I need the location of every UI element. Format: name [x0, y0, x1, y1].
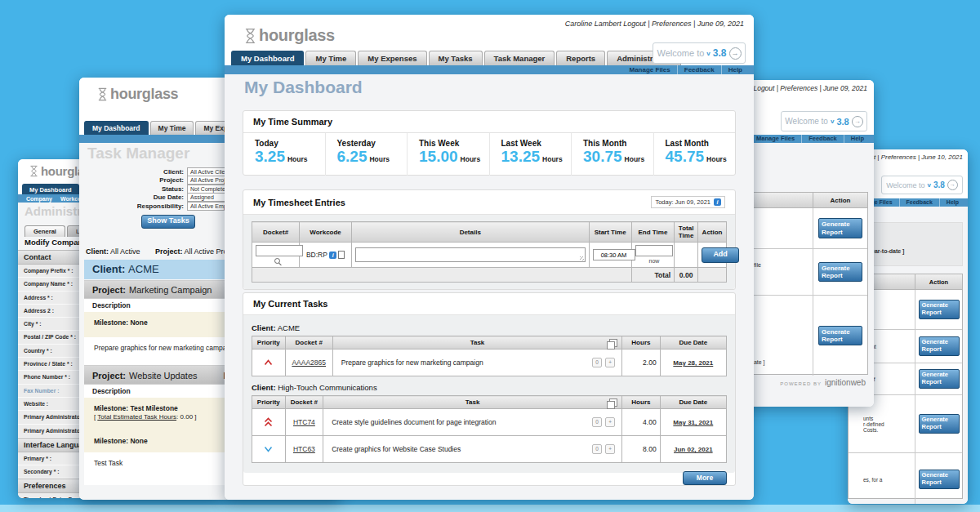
details-textarea[interactable] — [355, 247, 586, 262]
note-count-icon[interactable] — [592, 358, 602, 367]
action-cell: Generate Report — [915, 395, 962, 452]
welcome-version-box: Welcome tov3.8 — [781, 111, 867, 131]
tasks-table-acme: Priority Docket # Task Hours Due Date AA… — [252, 336, 727, 376]
generate-report-button[interactable]: Generate Report — [818, 326, 862, 345]
workcode-lookup-icon[interactable] — [338, 251, 345, 259]
dashboard-window: Caroline Lambert Logout | Preferences | … — [225, 15, 754, 500]
note-count-icon[interactable] — [592, 417, 602, 427]
generate-report-button[interactable]: Generate Report — [919, 336, 960, 355]
docket-lookup-icon[interactable] — [274, 258, 280, 264]
more-tasks-button[interactable]: More — [683, 471, 727, 485]
copy-icon[interactable] — [609, 398, 617, 407]
dashboard-header-band: Caroline Lambert Logout | Preferences | … — [225, 15, 754, 65]
col-hours: Hours — [622, 396, 660, 409]
version-number: 3.8 — [713, 47, 727, 59]
tab-reports[interactable]: Reports — [556, 51, 605, 65]
welcome-version-box: Welcome tov3.8 — [881, 176, 963, 194]
version-v: v — [928, 181, 931, 189]
due-date-link[interactable]: May 28, 2021 — [673, 359, 713, 367]
welcome-text: Welcome to — [657, 48, 704, 58]
add-note-icon[interactable] — [605, 417, 615, 427]
tab-general[interactable]: General — [24, 225, 65, 237]
timesheet-date-selector[interactable]: Today: Jun 09, 2021 — [651, 196, 725, 208]
stat-today: Today 3.25Hours — [243, 133, 325, 176]
col-docket: Docket # — [285, 336, 332, 349]
generate-report-button[interactable]: Generate Report — [818, 218, 862, 238]
task-text: Create graphics for Website Case Studies — [332, 445, 461, 453]
stat-value: 15.00 — [419, 148, 458, 165]
col-docket: Docket# — [252, 222, 300, 243]
version-number: 3.8 — [933, 180, 945, 189]
docket-input[interactable] — [256, 245, 303, 256]
action-column-header: Action — [915, 274, 962, 289]
timesheet-header-row: Docket# Workcode Details Start Time End … — [252, 222, 727, 243]
docket-link[interactable]: HTC74 — [293, 418, 315, 426]
version-arrow-icon[interactable] — [947, 180, 958, 190]
add-note-icon[interactable] — [605, 358, 615, 367]
tab-my-tasks[interactable]: My Tasks — [429, 51, 483, 65]
col-hours: Hours — [622, 336, 660, 349]
col-start-time: Start Time — [589, 222, 631, 243]
action-cell: Generate Report — [915, 453, 962, 504]
time-summary-stats: Today 3.25Hours Yesterday 6.25Hours This… — [243, 133, 735, 176]
welcome-text: Welcome to — [785, 117, 828, 126]
tab-my-expenses[interactable]: My Expenses — [358, 51, 426, 65]
estimated-hours-link[interactable]: Total Estimated Task Hours — [97, 413, 176, 421]
summary-client: Client: All Active — [86, 247, 140, 256]
generate-report-button[interactable]: Generate Report — [919, 369, 960, 388]
feedback-link[interactable]: Feedback — [801, 135, 844, 143]
generate-report-button[interactable]: Generate Report — [919, 470, 960, 488]
manage-files-link[interactable]: Manage Files — [623, 65, 677, 74]
now-link[interactable]: now — [649, 258, 660, 264]
help-link[interactable]: Help — [939, 198, 965, 207]
action-cell: Generate Report — [915, 330, 962, 363]
show-tasks-button[interactable]: Show Tasks — [141, 215, 195, 229]
generate-report-button[interactable]: Generate Report — [919, 414, 960, 433]
tab-my-time[interactable]: My Time — [150, 121, 194, 135]
feedback-link[interactable]: Feedback — [677, 65, 721, 74]
generate-report-button[interactable]: Generate Report — [818, 262, 862, 282]
add-entry-button[interactable]: Add — [702, 247, 739, 263]
summary-project: Project: All Active Proje — [155, 247, 234, 256]
info-icon[interactable] — [714, 198, 721, 206]
filter-label: Responsibility: — [79, 203, 184, 210]
client-group-label: Client: High-Touch Communications — [252, 383, 727, 392]
tab-task-manager[interactable]: Task Manager — [484, 51, 555, 65]
version-arrow-icon[interactable] — [852, 116, 863, 127]
docket-link[interactable]: AAAA2865 — [292, 358, 326, 367]
brand-name: hourglass — [110, 86, 178, 103]
due-date-link[interactable]: May 31, 2021 — [673, 419, 713, 426]
task-hours: 2.00 — [622, 349, 660, 376]
milestone-estimate: [ Total Estimated Task Hours: 0.00 ] — [94, 413, 197, 421]
user-session-bar[interactable]: Caroline Lambert Logout | Preferences | … — [565, 20, 744, 28]
subnav-company[interactable]: Company — [26, 196, 52, 202]
help-link[interactable]: Help — [721, 65, 749, 74]
version-arrow-icon[interactable] — [729, 47, 742, 60]
start-time-input[interactable] — [593, 249, 635, 260]
due-date-link[interactable]: Jun 02, 2021 — [674, 446, 713, 453]
action-cell: Generate Report — [915, 290, 962, 329]
note-count-icon[interactable] — [592, 444, 602, 454]
end-time-input[interactable] — [635, 245, 673, 256]
col-end-time: End Time — [631, 222, 674, 243]
workcode-value: BD:RP — [306, 251, 327, 259]
generate-report-button[interactable]: Generate Report — [919, 300, 960, 318]
docket-link[interactable]: HTC63 — [293, 445, 315, 453]
add-note-icon[interactable] — [605, 444, 615, 454]
stat-unit: Hours — [706, 155, 727, 163]
current-tasks-panel: My Current Tasks Client: ACME Priority D… — [243, 292, 736, 486]
feedback-link[interactable]: Feedback — [899, 198, 939, 207]
tab-my-time[interactable]: My Time — [305, 51, 356, 65]
manage-files-link[interactable]: Manage Files — [750, 135, 801, 143]
tab-my-dashboard[interactable]: My Dashboard — [84, 121, 149, 135]
workcode-info-icon[interactable] — [329, 252, 336, 259]
current-tasks-header: My Current Tasks — [243, 293, 735, 315]
tab-my-dashboard[interactable]: My Dashboard — [231, 51, 304, 65]
copy-icon[interactable] — [609, 339, 617, 347]
task-text: Create style guidelines document for pag… — [332, 418, 496, 426]
tab-my-dashboard[interactable]: My Dashboard — [22, 184, 79, 195]
summary-project-label: Project: — [155, 247, 183, 256]
stat-this-week: This Week 15.00Hours — [407, 133, 489, 176]
help-link[interactable]: Help — [844, 135, 871, 143]
client-label: Client: — [252, 323, 276, 332]
